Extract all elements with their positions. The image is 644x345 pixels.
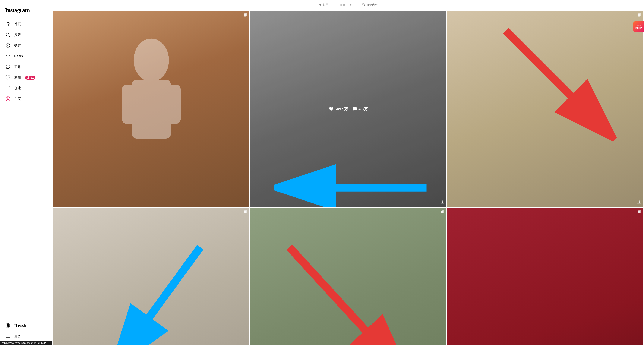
svg-point-3 bbox=[28, 76, 29, 78]
comments-count: 4.3万 bbox=[358, 106, 368, 112]
tab-posts-label: 帖子 bbox=[323, 3, 328, 7]
grid-item-6[interactable] bbox=[447, 208, 643, 345]
svg-rect-8 bbox=[319, 4, 320, 5]
main-content: 帖子 REELS 标记内容 bbox=[52, 0, 644, 345]
messages-icon bbox=[5, 64, 11, 70]
profile-icon bbox=[5, 96, 11, 102]
svg-rect-10 bbox=[319, 5, 320, 6]
sidebar-item-create[interactable]: 创建 bbox=[2, 83, 50, 94]
download-icon-2[interactable] bbox=[440, 200, 444, 206]
svg-rect-12 bbox=[339, 4, 342, 6]
grid-item-1[interactable] bbox=[53, 11, 249, 207]
grid-item-3[interactable] bbox=[447, 11, 643, 207]
sidebar-label-profile: 主页 bbox=[14, 97, 21, 101]
svg-rect-29 bbox=[441, 211, 443, 214]
ins-keep-badge[interactable]: INS KEEP bbox=[633, 21, 644, 32]
multiple-indicator-4 bbox=[243, 210, 248, 214]
create-icon bbox=[5, 86, 11, 91]
svg-rect-9 bbox=[320, 4, 321, 5]
grid-item-4[interactable]: › bbox=[53, 208, 249, 345]
multiple-indicator-6 bbox=[637, 210, 642, 214]
sidebar-label-notifications: 通知 bbox=[14, 75, 21, 80]
sidebar: Instagram 首页 搜索 探索 bbox=[0, 0, 52, 345]
multiple-indicator bbox=[243, 13, 248, 17]
svg-rect-19 bbox=[244, 14, 246, 17]
overlay-stats: 649.9万 4.3万 bbox=[250, 11, 446, 207]
blue-arrow-2 bbox=[53, 208, 249, 345]
tab-reels[interactable]: REELS bbox=[338, 0, 353, 10]
svg-point-14 bbox=[134, 39, 169, 82]
sidebar-item-notifications[interactable]: 通知 21 bbox=[2, 72, 50, 83]
tab-tagged[interactable]: 标记内容 bbox=[362, 0, 378, 10]
svg-line-24 bbox=[122, 247, 200, 345]
sidebar-label-search: 搜索 bbox=[14, 33, 21, 37]
svg-rect-26 bbox=[244, 211, 246, 214]
red-arrow-2 bbox=[250, 208, 446, 345]
svg-rect-31 bbox=[638, 211, 640, 214]
svg-rect-17 bbox=[166, 84, 181, 124]
sidebar-item-explore[interactable]: 探索 bbox=[2, 40, 50, 51]
svg-rect-15 bbox=[132, 80, 171, 138]
svg-rect-11 bbox=[320, 5, 321, 6]
tab-tagged-label: 标记内容 bbox=[367, 3, 378, 7]
status-bar: https://www.instagram.com/p/CRBXKuv6PL bbox=[0, 341, 52, 345]
photo-grid-container: 649.9万 4.3万 bbox=[52, 10, 644, 345]
reels-icon bbox=[5, 53, 11, 59]
svg-rect-16 bbox=[122, 84, 136, 124]
svg-line-27 bbox=[289, 247, 397, 345]
sidebar-item-reels[interactable]: Reels bbox=[2, 51, 50, 62]
likes-count: 649.9万 bbox=[334, 106, 348, 112]
likes-stat: 649.9万 bbox=[328, 106, 348, 112]
multiple-indicator-5 bbox=[440, 210, 444, 214]
more-icon bbox=[5, 334, 11, 339]
sidebar-label-home: 首页 bbox=[14, 22, 21, 26]
explore-icon bbox=[5, 43, 11, 48]
download-icon-3[interactable] bbox=[637, 200, 642, 206]
grid-item-2[interactable]: 649.9万 4.3万 bbox=[250, 11, 446, 207]
sidebar-item-threads[interactable]: Threads bbox=[2, 320, 50, 331]
sidebar-item-more[interactable]: 更多 bbox=[2, 331, 50, 342]
sidebar-label-threads: Threads bbox=[14, 324, 27, 328]
sidebar-label-explore: 探索 bbox=[14, 43, 21, 48]
sidebar-label-reels: Reels bbox=[14, 54, 23, 58]
tab-posts[interactable]: 帖子 bbox=[318, 0, 329, 10]
threads-icon bbox=[5, 323, 11, 328]
sidebar-item-search[interactable]: 搜索 bbox=[2, 30, 50, 40]
notification-badge: 21 bbox=[25, 76, 36, 80]
sidebar-item-profile[interactable]: 主页 bbox=[2, 94, 50, 104]
red-arrow-1 bbox=[447, 11, 643, 207]
ins-keep-line1: INS bbox=[637, 24, 640, 27]
sidebar-label-messages: 消息 bbox=[14, 65, 21, 69]
sidebar-item-messages[interactable]: 消息 bbox=[2, 62, 50, 72]
sidebar-label-create: 创建 bbox=[14, 86, 21, 90]
sidebar-bottom: Threads 更多 bbox=[2, 320, 50, 342]
content-tabs: 帖子 REELS 标记内容 bbox=[52, 0, 644, 10]
svg-point-0 bbox=[6, 33, 9, 36]
comments-stat: 4.3万 bbox=[352, 106, 368, 112]
status-url: https://www.instagram.com/p/CRBXKuv6PL bbox=[2, 342, 47, 344]
svg-rect-23 bbox=[638, 14, 640, 17]
notifications-icon bbox=[5, 75, 11, 80]
multiple-indicator-3 bbox=[637, 13, 642, 17]
svg-line-21 bbox=[506, 31, 604, 129]
chevron-right: › bbox=[242, 304, 244, 308]
logo: Instagram bbox=[2, 4, 50, 19]
photo-grid: 649.9万 4.3万 bbox=[53, 11, 643, 345]
grid-item-5[interactable] bbox=[250, 208, 446, 345]
ins-keep-line2: KEEP bbox=[636, 27, 642, 29]
sidebar-label-more: 更多 bbox=[14, 334, 21, 338]
sidebar-item-home[interactable]: 首页 bbox=[2, 19, 50, 30]
tab-reels-label: REELS bbox=[343, 4, 352, 6]
search-icon bbox=[5, 32, 11, 38]
home-icon bbox=[5, 21, 11, 27]
